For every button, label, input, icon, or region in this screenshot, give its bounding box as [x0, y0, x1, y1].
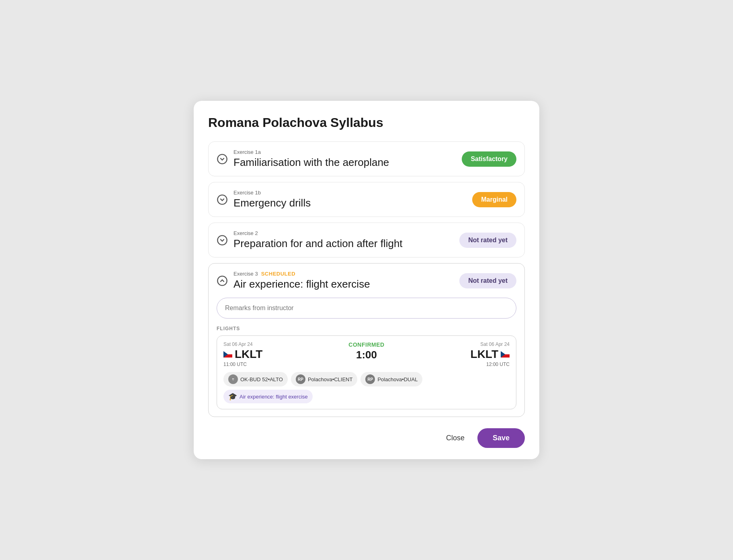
dep-airport: LKLT: [223, 348, 262, 361]
rating-badge-1b[interactable]: Marginal: [472, 192, 516, 207]
chevron-down-icon-2[interactable]: [217, 235, 228, 246]
client-tag-text: Polachova•CLIENT: [308, 376, 353, 382]
arr-date: Sat 06 Apr 24: [480, 341, 510, 347]
remarks-input[interactable]: [217, 298, 516, 319]
dep-date: Sat 06 Apr 24: [223, 341, 262, 347]
exercise-tag-text: Air experience: flight exercise: [240, 394, 308, 400]
svg-point-1: [217, 195, 227, 204]
plane-avatar: [228, 374, 238, 384]
exercise-label-1a: Exercise 1a: [233, 149, 389, 155]
syllabus-dialog: Romana Polachova Syllabus Exercise 1a Fa…: [194, 101, 539, 459]
dual-avatar: RP: [365, 374, 375, 384]
flight-arrival: Sat 06 Apr 24 LKLT 12:00 UTC: [471, 341, 510, 367]
flight-departure: Sat 06 Apr 24 LKLT 11:00 UTC: [223, 341, 262, 367]
exercise-label-1b: Exercise 1b: [233, 190, 311, 196]
exercise-card-1a: Exercise 1a Familiarisation with the aer…: [208, 141, 525, 176]
flight-duration: 1:00: [356, 349, 377, 361]
flight-tag-plane: OK-BUD 52•ALTO: [223, 372, 288, 386]
rating-badge-2[interactable]: Not rated yet: [459, 233, 516, 248]
dialog-footer: Close Save: [208, 428, 525, 448]
exercise-name-1a: Familiarisation with the aeroplane: [233, 156, 389, 169]
exercise-info-1a: Exercise 1a Familiarisation with the aer…: [233, 149, 389, 169]
exercise-header-3: Exercise 3 SCHEDULED Air experience: fli…: [217, 271, 516, 290]
dep-time: 11:00 UTC: [223, 362, 262, 367]
flight-tag-client: RP Polachova•CLIENT: [291, 372, 358, 386]
confirmed-label: CONFIRMED: [348, 341, 384, 348]
exercise-header-1a: Exercise 1a Familiarisation with the aer…: [217, 149, 516, 169]
flight-tag-dual: RP Polachova•DUAL: [360, 372, 422, 386]
chevron-down-icon[interactable]: [217, 153, 228, 165]
graduation-icon: 🎓: [228, 392, 237, 401]
rating-badge-3[interactable]: Not rated yet: [459, 273, 516, 288]
exercise-info-1b: Exercise 1b Emergency drills: [233, 190, 311, 209]
chevron-up-icon-3[interactable]: [217, 275, 228, 286]
svg-point-2: [217, 235, 227, 245]
svg-point-3: [217, 276, 227, 285]
exercise-left-1b: Exercise 1b Emergency drills: [217, 190, 311, 209]
exercise-left-1a: Exercise 1a Familiarisation with the aer…: [217, 149, 389, 169]
czech-flag-dep: [223, 351, 232, 358]
flights-section: FLIGHTS Sat 06 Apr 24: [217, 326, 516, 409]
exercise-info-2: Exercise 2 Preparation for and action af…: [233, 230, 403, 250]
exercise-label-3: Exercise 3 SCHEDULED: [233, 271, 370, 277]
arr-airport: LKLT: [471, 348, 510, 361]
exercise-header-2: Exercise 2 Preparation for and action af…: [217, 230, 516, 250]
exercise-card-1b: Exercise 1b Emergency drills Marginal: [208, 182, 525, 217]
exercise-info-3: Exercise 3 SCHEDULED Air experience: fli…: [233, 271, 370, 290]
flights-label: FLIGHTS: [217, 326, 516, 331]
exercise-name-2: Preparation for and action after flight: [233, 237, 403, 250]
plane-tag-text: OK-BUD 52•ALTO: [240, 376, 283, 382]
exercise-label-2: Exercise 2: [233, 230, 403, 236]
close-button[interactable]: Close: [440, 430, 471, 446]
scheduled-badge: SCHEDULED: [261, 271, 295, 277]
dual-tag-text: Polachova•DUAL: [377, 376, 418, 382]
save-button[interactable]: Save: [477, 428, 525, 448]
exercise-left-3: Exercise 3 SCHEDULED Air experience: fli…: [217, 271, 370, 290]
exercise-card-2: Exercise 2 Preparation for and action af…: [208, 223, 525, 258]
exercise-card-3: Exercise 3 SCHEDULED Air experience: fli…: [208, 263, 525, 417]
page-title: Romana Polachova Syllabus: [208, 115, 525, 130]
exercise-name-3: Air experience: flight exercise: [233, 278, 370, 290]
exercise-header-1b: Exercise 1b Emergency drills Marginal: [217, 190, 516, 209]
flight-top: Sat 06 Apr 24 LKLT 11:00 UTC: [223, 341, 510, 367]
flight-card: Sat 06 Apr 24 LKLT 11:00 UTC: [217, 335, 516, 409]
exercise-name-1b: Emergency drills: [233, 197, 311, 209]
flight-tags: OK-BUD 52•ALTO RP Polachova•CLIENT RP Po…: [223, 372, 510, 403]
chevron-down-icon-1b[interactable]: [217, 194, 228, 205]
client-avatar: RP: [296, 374, 305, 384]
arr-time: 12:00 UTC: [486, 362, 510, 367]
czech-flag-arr: [501, 351, 510, 358]
svg-point-0: [217, 154, 227, 164]
exercise-list: Exercise 1a Familiarisation with the aer…: [208, 141, 525, 417]
flight-center: CONFIRMED 1:00: [348, 341, 384, 361]
rating-badge-1a[interactable]: Satisfactory: [462, 151, 516, 167]
flight-tag-exercise: 🎓 Air experience: flight exercise: [223, 390, 313, 403]
exercise-left-2: Exercise 2 Preparation for and action af…: [217, 230, 403, 250]
